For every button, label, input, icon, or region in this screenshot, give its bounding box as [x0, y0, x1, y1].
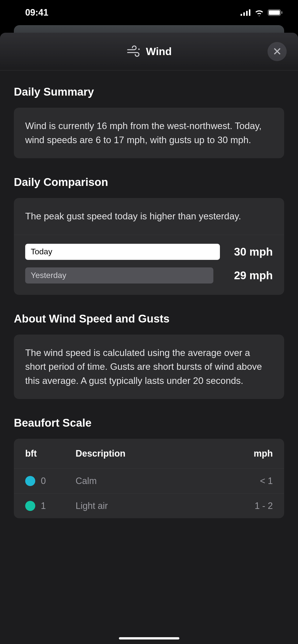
daily-comparison-text-wrap: The peak gust speed today is higher than…	[14, 198, 284, 235]
about-section: About Wind Speed and Gusts The wind spee…	[14, 312, 284, 399]
svg-rect-5	[269, 10, 280, 15]
svg-rect-3	[249, 9, 250, 16]
sheet-header: Wind ✕	[0, 33, 298, 70]
table-row: 1 Light air 1 - 2	[14, 494, 284, 518]
daily-summary-card: Wind is currently 16 mph from the west-n…	[14, 108, 284, 158]
daily-summary-text: Wind is currently 16 mph from the west-n…	[25, 119, 273, 147]
bar-label-yesterday: Yesterday	[31, 271, 66, 280]
comparison-row-today: Today 30 mph	[25, 244, 273, 260]
daily-comparison-card: The peak gust speed today is higher than…	[14, 198, 284, 295]
bft-value: 1	[41, 501, 46, 511]
bar-fill-today: Today	[25, 244, 220, 260]
comparison-bars: Today 30 mph Yesterday 29 mph	[14, 235, 284, 295]
bar-value-today: 30 mph	[225, 246, 273, 258]
svg-point-7	[138, 48, 140, 50]
comparison-row-yesterday: Yesterday 29 mph	[25, 267, 273, 284]
cellular-icon	[241, 9, 251, 16]
daily-comparison-title: Daily Comparison	[14, 176, 284, 188]
about-text: The wind speed is calculated using the a…	[25, 346, 273, 388]
beaufort-title: Beaufort Scale	[14, 417, 284, 429]
svg-rect-0	[241, 14, 242, 16]
table-row: 0 Calm < 1	[14, 469, 284, 494]
status-icons	[241, 9, 283, 16]
cell-bft: 0	[25, 476, 76, 486]
close-icon: ✕	[273, 46, 282, 57]
cell-desc: Calm	[76, 476, 233, 486]
cell-mph: < 1	[233, 476, 273, 486]
wifi-icon	[254, 9, 264, 16]
daily-summary-section: Daily Summary Wind is currently 16 mph f…	[14, 86, 284, 158]
daily-summary-title: Daily Summary	[14, 86, 284, 98]
header-title-group: Wind	[126, 44, 172, 59]
svg-rect-2	[246, 11, 248, 16]
daily-comparison-text: The peak gust speed today is higher than…	[25, 209, 273, 223]
status-time: 09:41	[25, 7, 48, 18]
beaufort-table: bft Description mph 0 Calm < 1 1	[14, 439, 284, 518]
bar-value-yesterday: 29 mph	[225, 269, 273, 282]
close-button[interactable]: ✕	[268, 42, 287, 61]
bft-value: 0	[41, 476, 46, 486]
svg-rect-6	[281, 11, 282, 14]
scale-color-dot	[25, 501, 35, 511]
table-header-row: bft Description mph	[14, 439, 284, 469]
beaufort-section: Beaufort Scale bft Description mph 0 Cal…	[14, 417, 284, 518]
cell-mph: 1 - 2	[233, 501, 273, 511]
sheet-content: Daily Summary Wind is currently 16 mph f…	[0, 70, 298, 518]
header-title: Wind	[146, 46, 172, 58]
about-title: About Wind Speed and Gusts	[14, 312, 284, 325]
cell-bft: 1	[25, 501, 76, 511]
table-header-bft: bft	[25, 448, 76, 459]
table-header-desc: Description	[76, 448, 233, 459]
status-bar: 09:41	[0, 0, 298, 25]
bar-label-today: Today	[31, 247, 52, 256]
svg-rect-1	[243, 12, 245, 16]
cell-desc: Light air	[76, 501, 233, 511]
home-indicator[interactable]	[119, 637, 179, 639]
bar-track-today: Today	[25, 244, 220, 260]
wind-detail-sheet: Wind ✕ Daily Summary Wind is currently 1…	[0, 33, 298, 644]
scale-color-dot	[25, 476, 35, 486]
about-card: The wind speed is calculated using the a…	[14, 335, 284, 399]
daily-comparison-section: Daily Comparison The peak gust speed tod…	[14, 176, 284, 295]
wind-icon	[126, 44, 141, 59]
bar-fill-yesterday: Yesterday	[25, 267, 213, 284]
bar-track-yesterday: Yesterday	[25, 267, 220, 284]
battery-icon	[268, 9, 283, 16]
table-header-mph: mph	[233, 448, 273, 459]
